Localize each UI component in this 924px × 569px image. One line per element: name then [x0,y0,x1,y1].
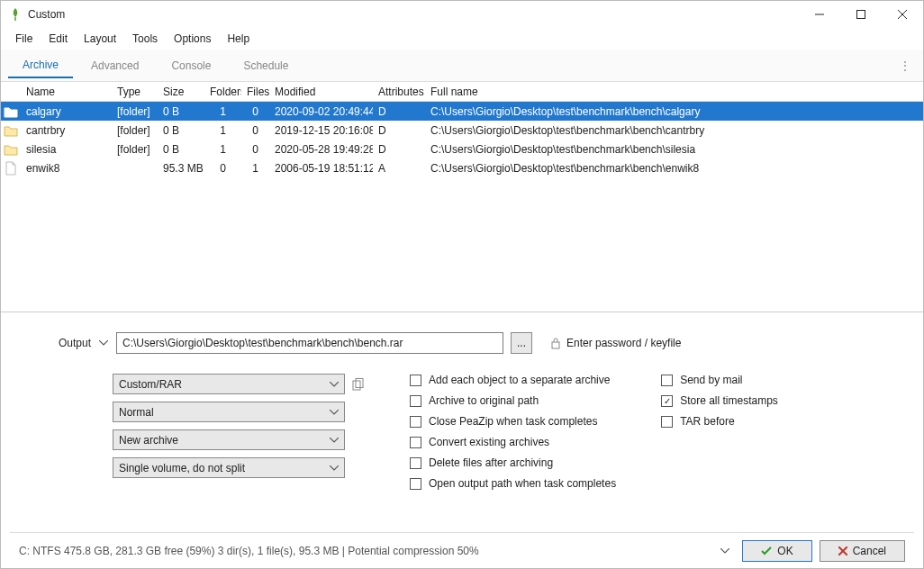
footer: C: NTFS 475.8 GB, 281.3 GB free (59%) 3 … [10,532,914,568]
col-size[interactable]: Size [158,84,204,100]
col-type[interactable]: Type [112,84,158,100]
mode-select[interactable]: New archive [113,429,345,450]
chevron-down-icon [330,465,339,471]
checkbox-row[interactable]: ✓Store all timestamps [661,394,778,407]
table-row[interactable]: enwik895.3 MB012006-05-19 18:51:12AC:\Us… [1,158,923,177]
cell-folders: 1 [204,104,241,120]
checkbox-box [410,478,421,490]
col-name[interactable]: Name [21,84,112,100]
col-attributes[interactable]: Attributes [373,84,425,100]
cell-attr: D [373,122,425,139]
ok-button[interactable]: OK [742,540,811,562]
check-icon [761,546,772,555]
checkbox-label: Send by mail [680,374,742,386]
table-row[interactable]: silesia[folder]0 B102020-05-28 19:49:28D… [1,140,923,158]
cell-type [112,167,158,170]
ok-label: OK [777,545,793,557]
table-row[interactable]: cantrbry[folder]0 B102019-12-15 20:16:08… [1,121,923,140]
cell-modified: 2006-05-19 18:51:12 [269,160,373,176]
lock-icon [550,337,561,349]
cell-files: 0 [241,141,269,158]
checkbox-box [410,457,421,469]
file-icon [1,161,21,176]
checkbox-box [661,375,673,386]
cell-folders: 1 [204,122,241,139]
output-label: Output [46,337,91,349]
tab-schedule[interactable]: Schedule [229,54,303,77]
menu-options[interactable]: Options [167,30,218,48]
cell-type: [folder] [112,122,158,139]
menu-file[interactable]: File [8,30,40,48]
minimize-button[interactable] [799,1,840,28]
file-rows: calgary[folder]0 B102020-09-02 20:49:44D… [1,102,923,177]
checkbox-label: Store all timestamps [680,394,778,407]
menu-tools[interactable]: Tools [125,30,165,48]
close-button[interactable] [882,1,923,28]
checkbox-row[interactable]: Close PeaZip when task completes [410,415,616,428]
cell-size: 0 B [158,141,204,158]
checks-column-2: Send by mail✓Store all timestampsTAR bef… [661,374,778,490]
col-fullname[interactable]: Full name [425,84,923,100]
checkbox-label: Add each object to a separate archive [429,374,610,386]
cell-files: 0 [241,122,269,139]
cancel-button[interactable]: Cancel [820,540,905,562]
checkbox-row[interactable]: Delete files after archiving [410,456,616,469]
svg-rect-1 [857,11,865,19]
checkbox-label: Archive to original path [429,394,539,407]
output-path-input[interactable] [116,332,503,354]
table-row[interactable]: calgary[folder]0 B102020-09-02 20:49:44D… [1,102,923,121]
cell-folders: 0 [204,160,241,176]
checkbox-row[interactable]: Send by mail [661,374,778,386]
chevron-down-icon[interactable] [720,548,729,554]
col-files[interactable]: Files [241,84,269,100]
password-link[interactable]: Enter password / keyfile [550,337,681,349]
cell-fullname: C:\Users\Giorgio\Desktop\test\benchmark\… [425,160,923,176]
password-label: Enter password / keyfile [566,337,681,349]
cell-modified: 2020-09-02 20:49:44 [269,104,373,120]
checkbox-label: Delete files after archiving [429,456,553,469]
cell-modified: 2020-05-28 19:49:28 [269,141,373,158]
cell-fullname: C:\Users\Giorgio\Desktop\test\benchmark\… [425,141,923,158]
cell-size: 0 B [158,104,204,120]
checkbox-label: Close PeaZip when task completes [429,415,597,428]
chevron-down-icon[interactable] [98,338,109,348]
checkbox-row[interactable]: TAR before [661,415,778,428]
tab-console[interactable]: Console [157,54,225,77]
checkbox-row[interactable]: Convert existing archives [410,436,616,448]
cell-size: 0 B [158,122,204,139]
cell-name: cantrbry [21,122,112,139]
checkbox-row[interactable]: Archive to original path [410,394,616,407]
file-list: Name Type Size Folders Files Modified At… [1,82,923,312]
volume-select[interactable]: Single volume, do not split [113,457,345,478]
svg-rect-6 [356,378,363,387]
checkbox-row[interactable]: Open output path when task completes [410,477,616,490]
output-row: Output ... Enter password / keyfile [46,332,914,354]
menu-help[interactable]: Help [220,30,257,48]
tab-advanced[interactable]: Advanced [77,54,153,77]
level-select[interactable]: Normal [113,402,345,422]
selects-column: Custom/RAR Normal New archive Single vol… [113,374,365,490]
format-select[interactable]: Custom/RAR [113,374,345,394]
app-icon [8,7,23,22]
mode-select-value: New archive [119,434,178,447]
maximize-button[interactable] [840,1,882,28]
tab-more-icon[interactable]: ⋮ [887,54,923,77]
menu-edit[interactable]: Edit [41,30,75,48]
checkbox-box [410,395,421,407]
checkbox-label: Convert existing archives [429,436,549,448]
cell-name: enwik8 [21,160,112,176]
level-select-value: Normal [119,406,154,419]
col-folders[interactable]: Folders [204,84,241,100]
menu-layout[interactable]: Layout [77,30,123,48]
browse-button[interactable]: ... [511,332,532,354]
chevron-down-icon [330,410,339,415]
copy-icon[interactable] [352,378,365,391]
checkbox-box [661,416,673,428]
tab-archive[interactable]: Archive [8,53,73,78]
col-modified[interactable]: Modified [269,84,373,100]
checkbox-row[interactable]: Add each object to a separate archive [410,374,616,386]
checkbox-box [410,416,421,428]
svg-rect-5 [353,381,360,390]
window-title: Custom [28,8,65,21]
checks-column-1: Add each object to a separate archiveArc… [410,374,616,490]
